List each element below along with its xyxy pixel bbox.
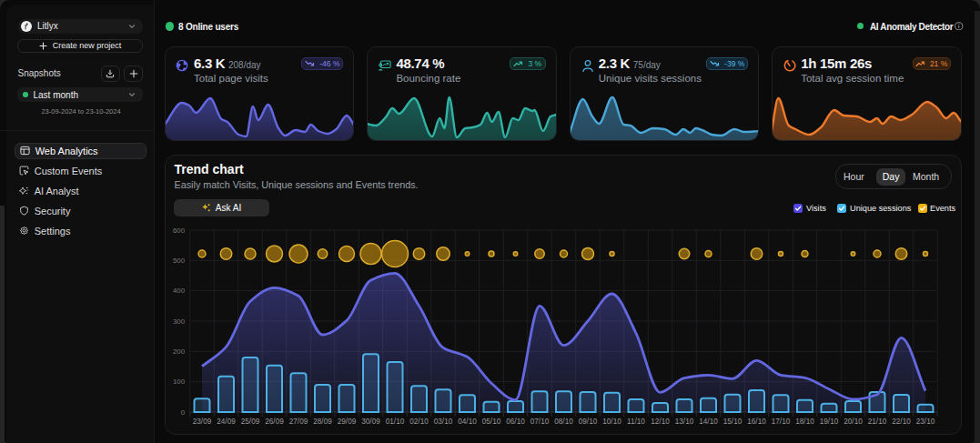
svg-text:03/10: 03/10 <box>434 418 453 426</box>
svg-text:14/10: 14/10 <box>699 418 718 426</box>
svg-text:13/10: 13/10 <box>675 418 694 426</box>
svg-text:05/10: 05/10 <box>482 418 501 426</box>
svg-text:20/10: 20/10 <box>844 418 863 426</box>
svg-text:25/09: 25/09 <box>241 418 260 426</box>
svg-text:12/10: 12/10 <box>651 418 670 426</box>
svg-text:29/09: 29/09 <box>338 418 357 426</box>
svg-text:10/10: 10/10 <box>602 418 621 426</box>
svg-text:19/10: 19/10 <box>820 418 839 426</box>
svg-text:02/10: 02/10 <box>409 418 429 426</box>
svg-text:06/10: 06/10 <box>506 418 525 426</box>
svg-text:24/09: 24/09 <box>217 418 236 426</box>
svg-text:07/10: 07/10 <box>530 418 550 426</box>
svg-text:22/10: 22/10 <box>892 418 911 426</box>
svg-text:0: 0 <box>181 408 186 417</box>
svg-text:300: 300 <box>173 317 186 326</box>
svg-text:600: 600 <box>173 227 186 235</box>
svg-text:400: 400 <box>173 287 186 295</box>
svg-text:23/10: 23/10 <box>916 418 935 426</box>
svg-text:23/09: 23/09 <box>193 418 212 426</box>
svg-text:21/10: 21/10 <box>868 418 887 426</box>
svg-text:200: 200 <box>173 347 186 356</box>
svg-text:27/09: 27/09 <box>289 418 308 426</box>
svg-text:16/10: 16/10 <box>747 418 766 426</box>
svg-text:08/10: 08/10 <box>554 418 573 426</box>
svg-text:17/10: 17/10 <box>772 418 791 426</box>
svg-text:100: 100 <box>173 378 186 386</box>
svg-text:11/10: 11/10 <box>627 418 645 426</box>
svg-text:28/09: 28/09 <box>313 418 332 426</box>
svg-text:09/10: 09/10 <box>579 418 598 426</box>
svg-text:15/10: 15/10 <box>723 418 743 426</box>
svg-text:01/10: 01/10 <box>386 418 405 426</box>
svg-text:26/09: 26/09 <box>265 418 284 426</box>
svg-text:04/10: 04/10 <box>458 418 477 426</box>
svg-text:500: 500 <box>173 257 186 265</box>
svg-text:18/10: 18/10 <box>795 418 814 426</box>
svg-text:30/09: 30/09 <box>361 418 380 426</box>
